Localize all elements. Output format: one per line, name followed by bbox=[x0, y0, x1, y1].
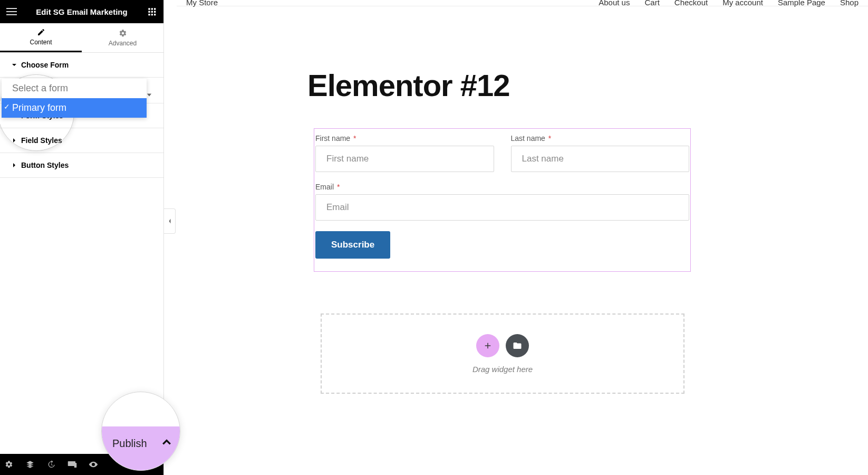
hamburger-menu-icon[interactable] bbox=[6, 6, 17, 17]
section-button-styles[interactable]: Button Styles bbox=[0, 153, 163, 178]
nav-item[interactable]: About us bbox=[599, 0, 630, 7]
site-top-nav: My Store About us Cart Checkout My accou… bbox=[177, 0, 868, 6]
nav-item[interactable]: My account bbox=[722, 0, 763, 7]
nav-item[interactable]: Cart bbox=[644, 0, 659, 7]
svg-rect-6 bbox=[148, 11, 150, 13]
last-name-input[interactable] bbox=[511, 146, 690, 172]
svg-rect-1 bbox=[6, 11, 17, 12]
svg-rect-3 bbox=[148, 8, 150, 10]
svg-rect-2 bbox=[6, 14, 17, 15]
nav-item[interactable]: Sample Page bbox=[778, 0, 825, 7]
folder-icon bbox=[513, 341, 522, 350]
drop-zone[interactable]: Drag widget here bbox=[321, 314, 684, 394]
tab-advanced[interactable]: Advanced bbox=[82, 23, 163, 52]
subscribe-form-widget[interactable]: First name * Last name * Email * bbox=[314, 128, 691, 272]
section-button-styles-label: Button Styles bbox=[21, 161, 69, 169]
add-template-button[interactable] bbox=[506, 334, 529, 357]
required-mark: * bbox=[337, 183, 340, 191]
publish-label: Publish bbox=[112, 438, 147, 450]
nav-item[interactable]: Shop bbox=[840, 0, 859, 7]
drop-zone-text: Drag widget here bbox=[472, 365, 533, 374]
svg-rect-10 bbox=[151, 14, 153, 15]
sidebar-title: Edit SG Email Marketing bbox=[17, 7, 147, 16]
sidebar-header: Edit SG Email Marketing bbox=[0, 0, 163, 23]
tab-content-label: Content bbox=[30, 39, 52, 46]
svg-rect-11 bbox=[154, 14, 156, 15]
form-select-wrap: Select a form Primary form bbox=[0, 78, 163, 103]
first-name-label: First name * bbox=[315, 134, 494, 142]
section-field-styles-label: Field Styles bbox=[21, 136, 62, 145]
tab-content[interactable]: Content bbox=[0, 23, 82, 52]
site-menu: About us Cart Checkout My account Sample… bbox=[599, 0, 859, 7]
caret-right-icon bbox=[12, 163, 17, 168]
svg-rect-9 bbox=[148, 14, 150, 15]
email-input[interactable] bbox=[315, 194, 689, 221]
section-field-styles[interactable]: Field Styles bbox=[0, 128, 163, 153]
page-title: Elementor #12 bbox=[307, 68, 510, 103]
form-select-option-primary[interactable]: Primary form bbox=[2, 98, 147, 118]
history-icon[interactable] bbox=[46, 460, 56, 469]
subscribe-button[interactable]: Subscribe bbox=[315, 231, 390, 259]
svg-rect-5 bbox=[154, 8, 156, 10]
form-select-dropdown[interactable]: Select a form Primary form bbox=[2, 79, 147, 118]
required-mark: * bbox=[353, 134, 356, 142]
settings-gear-icon[interactable] bbox=[4, 460, 14, 469]
section-choose-form-label: Choose Form bbox=[21, 61, 69, 69]
collapse-sidebar-handle[interactable] bbox=[164, 208, 176, 234]
widgets-grid-icon[interactable] bbox=[147, 6, 157, 17]
navigator-layers-icon[interactable] bbox=[25, 460, 35, 469]
publish-highlight-bubble: Publish bbox=[101, 392, 180, 471]
drop-zone-actions bbox=[476, 334, 529, 357]
svg-rect-0 bbox=[6, 8, 17, 9]
svg-rect-4 bbox=[151, 8, 153, 10]
form-select-placeholder[interactable]: Select a form bbox=[2, 79, 147, 98]
preview-canvas: My Store About us Cart Checkout My accou… bbox=[177, 0, 868, 475]
chevron-up-icon[interactable] bbox=[162, 438, 171, 450]
svg-rect-7 bbox=[151, 11, 153, 13]
nav-item[interactable]: Checkout bbox=[674, 0, 708, 7]
gear-icon bbox=[119, 29, 127, 37]
first-name-input[interactable] bbox=[315, 146, 494, 172]
site-title[interactable]: My Store bbox=[186, 0, 218, 7]
sidebar-tabs: Content Advanced bbox=[0, 23, 163, 53]
responsive-devices-icon[interactable] bbox=[67, 460, 77, 469]
preview-eye-icon[interactable] bbox=[89, 460, 98, 469]
section-choose-form[interactable]: Choose Form bbox=[0, 53, 163, 78]
caret-down-icon bbox=[12, 62, 17, 68]
required-mark: * bbox=[548, 134, 551, 142]
svg-rect-8 bbox=[154, 11, 156, 13]
last-name-label: Last name * bbox=[511, 134, 690, 142]
pencil-icon bbox=[37, 28, 45, 36]
tab-advanced-label: Advanced bbox=[109, 40, 137, 47]
caret-right-icon bbox=[12, 138, 17, 143]
plus-icon bbox=[483, 341, 493, 350]
email-label: Email * bbox=[315, 183, 689, 191]
add-section-button[interactable] bbox=[476, 334, 499, 357]
